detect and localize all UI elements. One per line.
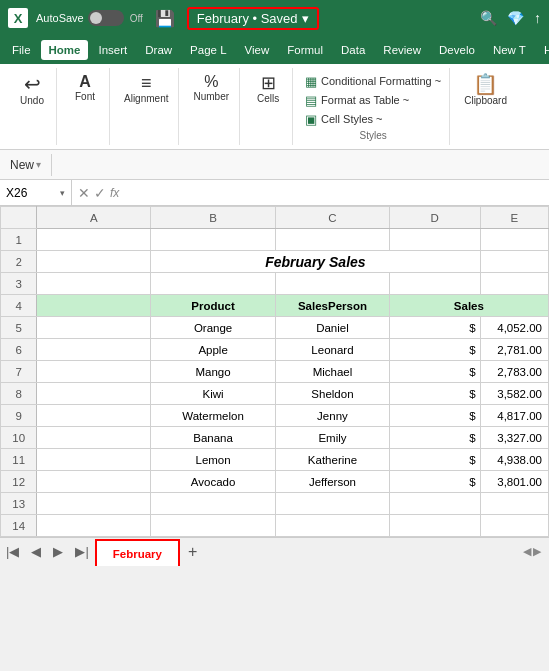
col-header-b[interactable]: B <box>151 207 276 229</box>
new-button[interactable]: New ▾ <box>0 154 52 176</box>
cell-a12[interactable] <box>37 471 151 493</box>
cell-amount-1[interactable]: 4,052.00 <box>480 317 548 339</box>
menu-home[interactable]: Home <box>41 40 89 60</box>
scroll-left-btn[interactable]: ◀ <box>523 545 531 558</box>
cell-amount-2[interactable]: 2,781.00 <box>480 339 548 361</box>
confirm-formula-icon[interactable]: ✓ <box>94 185 106 201</box>
cell-a2[interactable] <box>37 251 151 273</box>
cell-a10[interactable] <box>37 427 151 449</box>
alignment-button[interactable]: ≡ Alignment <box>120 72 172 106</box>
cell-dollar-6[interactable]: $ <box>389 427 480 449</box>
cell-a9[interactable] <box>37 405 151 427</box>
share-icon[interactable]: ↑ <box>534 10 541 26</box>
cell-dollar-4[interactable]: $ <box>389 383 480 405</box>
menu-insert[interactable]: Insert <box>90 40 135 60</box>
cell-product-2[interactable]: Apple <box>151 339 276 361</box>
col-header-e[interactable]: E <box>480 207 548 229</box>
autosave-switch[interactable] <box>88 10 124 26</box>
undo-button[interactable]: ↩ Undo <box>14 72 50 108</box>
cell-b3[interactable] <box>151 273 276 295</box>
cell-product-6[interactable]: Banana <box>151 427 276 449</box>
cell-d1[interactable] <box>389 229 480 251</box>
formula-input[interactable] <box>125 180 549 205</box>
number-button[interactable]: % Number <box>189 72 233 104</box>
menu-new-tab[interactable]: New T <box>485 40 534 60</box>
cell-styles-button[interactable]: ▣ Cell Styles ~ <box>303 111 443 128</box>
cell-salesperson-5[interactable]: Jenny <box>276 405 390 427</box>
menu-page-layout[interactable]: Page L <box>182 40 234 60</box>
clipboard-button[interactable]: 📋 Clipboard <box>460 72 511 108</box>
cell-amount-8[interactable]: 3,801.00 <box>480 471 548 493</box>
cell-salesperson-4[interactable]: Sheldon <box>276 383 390 405</box>
cell-dollar-8[interactable]: $ <box>389 471 480 493</box>
cell-dollar-3[interactable]: $ <box>389 361 480 383</box>
cell-b14[interactable] <box>151 515 276 537</box>
tab-nav-first[interactable]: |◀ <box>0 538 25 565</box>
cell-product-4[interactable]: Kiwi <box>151 383 276 405</box>
cell-a8[interactable] <box>37 383 151 405</box>
cell-amount-4[interactable]: 3,582.00 <box>480 383 548 405</box>
col-header-d[interactable]: D <box>389 207 480 229</box>
cell-product-5[interactable]: Watermelon <box>151 405 276 427</box>
search-icon[interactable]: 🔍 <box>480 10 497 26</box>
cell-a4[interactable] <box>37 295 151 317</box>
cell-c3[interactable] <box>276 273 390 295</box>
cell-b13[interactable] <box>151 493 276 515</box>
cell-c14[interactable] <box>276 515 390 537</box>
cell-product-3[interactable]: Mango <box>151 361 276 383</box>
autosave-toggle[interactable]: AutoSave Off <box>36 10 143 26</box>
scroll-right-btn[interactable]: ▶ <box>533 545 541 558</box>
menu-draw[interactable]: Draw <box>137 40 180 60</box>
format-as-table-button[interactable]: ▤ Format as Table ~ <box>303 92 443 109</box>
menu-view[interactable]: View <box>237 40 278 60</box>
cell-d3[interactable] <box>389 273 480 295</box>
cell-product-7[interactable]: Lemon <box>151 449 276 471</box>
cell-salesperson-7[interactable]: Katherine <box>276 449 390 471</box>
menu-review[interactable]: Review <box>375 40 429 60</box>
cancel-formula-icon[interactable]: ✕ <box>78 185 90 201</box>
cell-a11[interactable] <box>37 449 151 471</box>
title-dropdown-arrow[interactable]: ▾ <box>302 11 309 26</box>
cell-product-8[interactable]: Avocado <box>151 471 276 493</box>
file-title[interactable]: February • Saved ▾ <box>187 7 319 30</box>
cell-amount-5[interactable]: 4,817.00 <box>480 405 548 427</box>
cell-a7[interactable] <box>37 361 151 383</box>
cell-a13[interactable] <box>37 493 151 515</box>
cell-e14[interactable] <box>480 515 548 537</box>
cell-dollar-5[interactable]: $ <box>389 405 480 427</box>
cell-e1[interactable] <box>480 229 548 251</box>
font-button[interactable]: A Font <box>67 72 103 104</box>
cell-b1[interactable] <box>151 229 276 251</box>
sheet-tab-february[interactable]: February <box>95 539 180 566</box>
cell-salesperson-8[interactable]: Jefferson <box>276 471 390 493</box>
cell-amount-7[interactable]: 4,938.00 <box>480 449 548 471</box>
cell-c1[interactable] <box>276 229 390 251</box>
menu-formulas[interactable]: Formul <box>279 40 331 60</box>
conditional-formatting-button[interactable]: ▦ Conditional Formatting ~ <box>303 73 443 90</box>
cell-salesperson-1[interactable]: Daniel <box>276 317 390 339</box>
cell-d14[interactable] <box>389 515 480 537</box>
cell-e13[interactable] <box>480 493 548 515</box>
tab-nav-next[interactable]: ▶ <box>47 538 69 565</box>
menu-developer[interactable]: Develo <box>431 40 483 60</box>
cell-name-box[interactable]: X26 ▾ <box>0 180 72 205</box>
save-icon[interactable]: 💾 <box>155 9 175 28</box>
cell-a3[interactable] <box>37 273 151 295</box>
col-header-c[interactable]: C <box>276 207 390 229</box>
cell-a6[interactable] <box>37 339 151 361</box>
cell-dollar-2[interactable]: $ <box>389 339 480 361</box>
add-sheet-button[interactable]: + <box>180 543 205 561</box>
tab-nav-last[interactable]: ▶| <box>69 538 94 565</box>
cell-salesperson-6[interactable]: Emily <box>276 427 390 449</box>
col-header-a[interactable]: A <box>37 207 151 229</box>
cell-a5[interactable] <box>37 317 151 339</box>
cell-salesperson-2[interactable]: Leonard <box>276 339 390 361</box>
cell-amount-6[interactable]: 3,327.00 <box>480 427 548 449</box>
cells-button[interactable]: ⊞ Cells <box>250 72 286 106</box>
tab-nav-prev[interactable]: ◀ <box>25 538 47 565</box>
cell-e2[interactable] <box>480 251 548 273</box>
menu-file[interactable]: File <box>4 40 39 60</box>
cell-a1[interactable] <box>37 229 151 251</box>
cell-product-1[interactable]: Orange <box>151 317 276 339</box>
menu-help[interactable]: Help <box>536 40 549 60</box>
